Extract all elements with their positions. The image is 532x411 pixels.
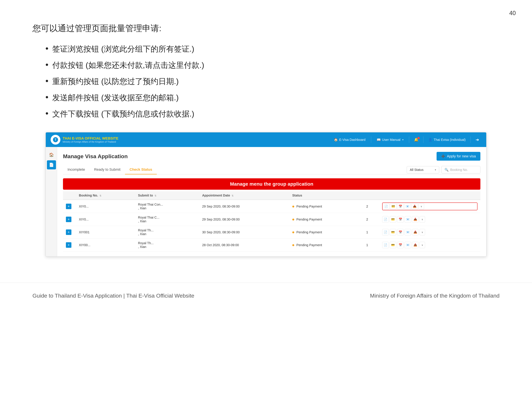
top-nav: T THAI E-VISA OFFICIAL WEBSITE Ministry … bbox=[46, 132, 486, 147]
status-dot-icon bbox=[292, 231, 294, 233]
manage-menu-banner: Manage menu the group application bbox=[63, 178, 480, 190]
sort-arrows-booking: ⇅ bbox=[99, 194, 101, 197]
table-row: + XIY00... Royal Th..., Xian 28 Oct 2020… bbox=[63, 239, 480, 252]
expand-row-button[interactable]: + bbox=[66, 217, 71, 222]
reschedule-button[interactable]: 📅 bbox=[397, 216, 404, 223]
nav-dashboard-link[interactable]: 🏠 E-Visa Dashboard bbox=[331, 136, 368, 143]
status-cell: Pending Payment bbox=[289, 239, 363, 252]
status-dot-icon bbox=[292, 244, 294, 246]
reschedule-button[interactable]: 📅 bbox=[397, 203, 404, 210]
sort-arrows-appt: ⇅ bbox=[232, 194, 234, 197]
nav-separator-1 bbox=[371, 136, 371, 143]
expand-row-button[interactable]: + bbox=[66, 229, 71, 235]
table-row: + XIY0... Royal Thai C..., Xian 29 Sep 2… bbox=[63, 213, 480, 226]
action-icons: 📄 💳 📅 📧 📥 ∨ bbox=[382, 242, 477, 248]
user-manual-icon: 📖 bbox=[377, 138, 381, 142]
send-email-button[interactable]: 📧 bbox=[405, 229, 411, 235]
status-cell: Pending Payment bbox=[289, 226, 363, 239]
status-dot-icon bbox=[292, 219, 294, 221]
nav-logout-button[interactable]: ➜ bbox=[473, 136, 481, 144]
send-email-button[interactable]: 📧 bbox=[404, 203, 411, 210]
count-cell: 2 bbox=[363, 213, 379, 226]
payment-button[interactable]: 💳 bbox=[390, 203, 397, 210]
payment-button[interactable]: 💳 bbox=[390, 229, 396, 235]
col-header-count bbox=[363, 191, 379, 200]
payment-button[interactable]: 💳 bbox=[390, 242, 396, 248]
view-visa-button[interactable]: 📄 bbox=[382, 242, 389, 248]
svg-text:T: T bbox=[55, 138, 57, 141]
actions-cell: 📄 💳 📅 📧 📥 ∨ bbox=[379, 200, 480, 213]
expand-row-button[interactable]: + bbox=[66, 242, 71, 248]
col-header-booking-no: Booking No. ⇅ bbox=[76, 191, 135, 200]
sidebar-home-icon[interactable]: 🏠 bbox=[47, 150, 56, 159]
nav-logo-text: THAI E-VISA OFFICIAL WEBSITE Ministry of… bbox=[63, 136, 118, 143]
table-row: + XIY001 Royal Th..., Xian 30 Sep 2020, … bbox=[63, 226, 480, 239]
download-button[interactable]: 📥 bbox=[412, 216, 418, 223]
nav-logo-title: THAI E-VISA OFFICIAL WEBSITE bbox=[63, 136, 118, 140]
manage-title: Manage Visa Application bbox=[63, 153, 128, 159]
expand-row-button[interactable]: + bbox=[66, 204, 71, 209]
tabs-filter-row: Incomplete Ready to Submit Check Status … bbox=[63, 165, 480, 174]
table-header: Booking No. ⇅ Submit to ⇅ Appointment Da… bbox=[63, 191, 480, 200]
bullet-item-3: 重新预约按钮 (以防您过了预约日期.) bbox=[46, 76, 500, 87]
download-button[interactable]: 📥 bbox=[411, 203, 418, 210]
expand-cell: + bbox=[63, 226, 76, 239]
view-visa-button[interactable]: 📄 bbox=[382, 216, 389, 223]
footer-left: Guide to Thailand E-Visa Application | T… bbox=[32, 293, 194, 299]
actions-cell: 📄 💳 📅 📧 📥 ∨ bbox=[379, 226, 480, 239]
submit-to-cell: Royal Thai Con..., Xian bbox=[135, 200, 199, 213]
col-header-status: Status bbox=[289, 191, 363, 200]
app-body: 🏠 📄 Manage Visa Application ➕ Apply for … bbox=[46, 147, 486, 256]
main-panel: Manage Visa Application ➕ Apply for new … bbox=[57, 147, 486, 256]
col-header-appointment: Appointment Date ⇅ bbox=[199, 191, 289, 200]
download-button[interactable]: 📥 bbox=[412, 229, 418, 235]
tabs: Incomplete Ready to Submit Check Status bbox=[63, 165, 157, 174]
home-icon: 🏠 bbox=[334, 138, 338, 142]
expand-cell: + bbox=[63, 200, 76, 213]
payment-button[interactable]: 💳 bbox=[390, 216, 396, 223]
apply-new-visa-button[interactable]: ➕ Apply for new visa bbox=[437, 152, 480, 161]
more-actions-button[interactable]: ∨ bbox=[419, 216, 425, 223]
actions-cell: 📄 💳 📅 📧 📥 ∨ bbox=[379, 239, 480, 252]
submit-to-cell: Royal Th..., Xian bbox=[135, 239, 199, 252]
reschedule-button[interactable]: 📅 bbox=[397, 242, 404, 248]
tab-ready-to-submit[interactable]: Ready to Submit bbox=[90, 165, 125, 174]
view-visa-button[interactable]: 📄 bbox=[382, 229, 389, 235]
nav-bell-button[interactable]: 🔔 bbox=[412, 136, 421, 143]
more-actions-button[interactable]: ∨ bbox=[418, 203, 424, 210]
page-number: 40 bbox=[509, 10, 516, 17]
send-email-button[interactable]: 📧 bbox=[405, 216, 411, 223]
col-header-expand bbox=[63, 191, 76, 200]
more-actions-button[interactable]: ∨ bbox=[419, 229, 425, 235]
manage-header: Manage Visa Application ➕ Apply for new … bbox=[63, 152, 480, 161]
view-visa-button[interactable]: 📄 bbox=[383, 203, 389, 210]
bullet-list: 签证浏览按钮 (浏览此分组下的所有签证.) 付款按钮 (如果您还未付款,请点击这… bbox=[46, 44, 500, 119]
col-header-actions bbox=[379, 191, 480, 200]
bullet-item-2: 付款按钮 (如果您还未付款,请点击这里付款.) bbox=[46, 60, 500, 70]
tab-check-status[interactable]: Check Status bbox=[125, 165, 157, 174]
app-container: T THAI E-VISA OFFICIAL WEBSITE Ministry … bbox=[46, 132, 486, 257]
nav-user-manual-link[interactable]: 📖 User Manual ▾ bbox=[374, 136, 406, 143]
table-row: + XIY0... Royal Thai Con..., Xian 29 Sep… bbox=[63, 200, 480, 213]
booking-search-box[interactable]: 🔍 Booking No. bbox=[441, 166, 480, 173]
expand-cell: + bbox=[63, 239, 76, 252]
appointment-cell: 30 Sep 2020, 08:30-09:00 bbox=[199, 226, 289, 239]
applications-table: Booking No. ⇅ Submit to ⇅ Appointment Da… bbox=[63, 191, 480, 252]
reschedule-button[interactable]: 📅 bbox=[397, 229, 404, 235]
apply-plus-icon: ➕ bbox=[441, 154, 445, 158]
download-button[interactable]: 📥 bbox=[412, 242, 418, 248]
nav-logo: T THAI E-VISA OFFICIAL WEBSITE Ministry … bbox=[51, 135, 118, 145]
sort-arrows-submit: ⇅ bbox=[154, 194, 156, 197]
action-icons-highlighted: 📄 💳 📅 📧 📥 ∨ bbox=[382, 203, 477, 210]
main-content: 您可以通过管理页面批量管理申请: 签证浏览按钮 (浏览此分组下的所有签证.) 付… bbox=[0, 0, 532, 270]
more-actions-button[interactable]: ∨ bbox=[419, 242, 425, 248]
tab-incomplete[interactable]: Incomplete bbox=[63, 165, 90, 174]
appointment-cell: 29 Sep 2020, 08:30-09:00 bbox=[199, 213, 289, 226]
status-dot-icon bbox=[292, 206, 294, 207]
col-header-submit-to: Submit to ⇅ bbox=[135, 191, 199, 200]
sidebar-document-icon[interactable]: 📄 bbox=[47, 160, 56, 169]
intro-text: 您可以通过管理页面批量管理申请: bbox=[32, 23, 500, 34]
nav-user-button[interactable]: 👤 Thai Evisa (Individual) bbox=[426, 136, 468, 143]
send-email-button[interactable]: 📧 bbox=[405, 242, 411, 248]
status-dropdown[interactable]: All Status ▾ bbox=[407, 166, 439, 173]
